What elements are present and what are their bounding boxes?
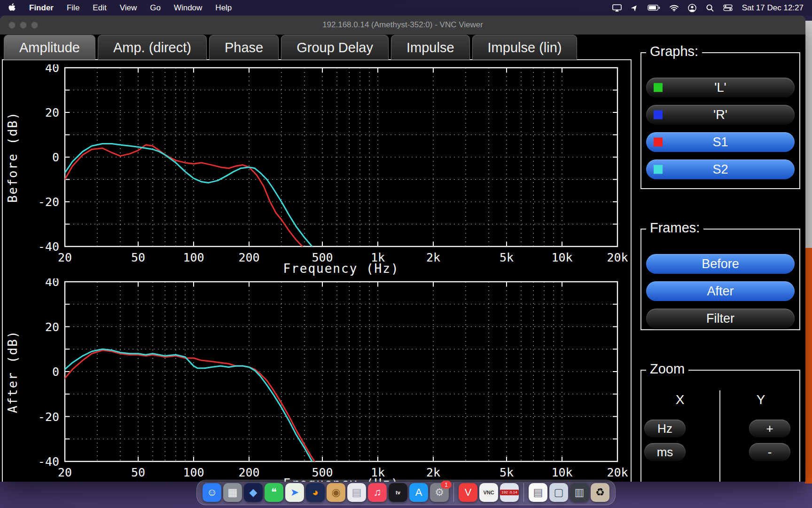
svg-text:-40: -40 (38, 240, 59, 254)
svg-text:-20: -20 (38, 195, 59, 209)
vivaldi-glyph: V (465, 486, 472, 499)
tan-app-glyph: ◉ (331, 486, 340, 499)
maps-dock-icon[interactable]: ➤ (285, 483, 304, 502)
wifi-icon[interactable] (670, 5, 679, 11)
tab-impulse[interactable]: Impulse (391, 35, 470, 60)
tab-phase[interactable]: Phase (209, 35, 279, 60)
svg-text:-20: -20 (38, 410, 59, 424)
frame-button-before[interactable]: Before (646, 254, 795, 274)
graph-button-s1-label: S1 (712, 135, 728, 150)
tab-impulse-lin[interactable]: Impulse (lin) (472, 35, 578, 60)
svg-text:100: 100 (183, 466, 204, 479)
tv-dock-icon[interactable]: tv (389, 483, 407, 502)
svg-text:50: 50 (131, 251, 145, 264)
after-chart: 20501002005001k2k5k10k20k40200-20-40Afte… (0, 278, 634, 482)
system-settings-badge: 1 (441, 481, 452, 489)
graphs-panel-label: Graphs: (646, 44, 702, 59)
svg-text:100: 100 (183, 251, 204, 264)
firefox-dock-icon[interactable]: ◕ (306, 483, 325, 502)
window-titlebar[interactable]: 192.168.0.14 (Amethyst-352:0) - VNC View… (0, 16, 805, 35)
music-dock-icon[interactable]: ♫ (368, 483, 387, 502)
zoom-y-header: Y (722, 392, 799, 407)
svg-text:20: 20 (45, 320, 59, 334)
vivaldi-dock-icon[interactable]: V (459, 483, 477, 502)
location-icon[interactable] (631, 4, 638, 11)
system-settings-dock-icon[interactable]: ⚙1 (430, 483, 449, 502)
background-window-titlebar-edge (805, 21, 812, 248)
vnc-session-dock-icon[interactable]: 192 .0.14 (500, 483, 519, 502)
graphs-buttons: 'L''R'S1S2 (641, 53, 799, 179)
menu-go[interactable]: Go (150, 3, 161, 13)
tan-app-dock-icon[interactable]: ◉ (327, 483, 345, 502)
finder-dock-icon[interactable]: ☺ (203, 483, 221, 502)
firefox-glyph: ◕ (312, 486, 318, 499)
graph-button-r-swatch (654, 111, 663, 119)
zoom-button-ms[interactable]: ms (644, 443, 686, 461)
app-store-dock-icon[interactable]: A (409, 483, 428, 502)
svg-text:5k: 5k (500, 466, 514, 479)
vnc-viewer-dock-icon[interactable]: VNC (479, 483, 498, 502)
menu-edit[interactable]: Edit (93, 3, 106, 13)
svg-text:10k: 10k (551, 251, 572, 264)
apple-menu[interactable] (8, 3, 16, 12)
menu-window[interactable]: Window (174, 3, 202, 13)
zoom-panel: Zoom X Y Hzms +- (640, 370, 800, 482)
trash-glyph: ♻ (595, 486, 605, 499)
dark-utility-dock-icon[interactable]: ▥ (570, 483, 589, 502)
graph-button-l-swatch (654, 83, 663, 92)
screen-mirroring-icon[interactable] (612, 4, 622, 12)
document-dock-icon[interactable]: ▤ (529, 483, 547, 502)
graph-button-r[interactable]: 'R' (646, 105, 795, 125)
dark-app-dock-icon[interactable]: ◆ (244, 483, 263, 502)
graphs-panel: Graphs: 'L''R'S1S2 (640, 52, 800, 189)
music-glyph: ♫ (374, 486, 382, 499)
tab-amp-direct[interactable]: Amp. (direct) (98, 35, 207, 60)
graph-button-s2[interactable]: S2 (646, 159, 795, 179)
trash-dock-icon[interactable]: ♻ (591, 483, 609, 502)
user-icon[interactable] (688, 4, 696, 12)
svg-text:200: 200 (238, 251, 259, 264)
window-app-dock-icon[interactable]: ▢ (549, 483, 568, 502)
tab-amplitude[interactable]: Amplitude (4, 35, 95, 60)
menu-file[interactable]: File (67, 3, 79, 13)
graph-button-s1[interactable]: S1 (646, 132, 795, 152)
frame-button-filter[interactable]: Filter (646, 309, 795, 328)
graph-button-s2-label: S2 (712, 162, 728, 177)
series-s2 (65, 349, 321, 475)
svg-text:20: 20 (45, 106, 59, 119)
graph-button-l-label: 'L' (714, 80, 726, 95)
background-window-edge[interactable] (805, 21, 812, 484)
active-app-name[interactable]: Finder (29, 3, 54, 13)
graph-button-s2-swatch (654, 165, 663, 174)
svg-text:After (dB): After (dB) (6, 330, 20, 413)
launchpad-dock-icon[interactable]: ▦ (223, 483, 242, 502)
window-title: 192.168.0.14 (Amethyst-352:0) - VNC View… (0, 16, 805, 34)
messages-glyph: ❝ (271, 486, 277, 499)
menu-help[interactable]: Help (215, 3, 232, 13)
zoom-button-zoom-in-label: + (766, 421, 773, 436)
tab-group-delay[interactable]: Group Delay (281, 35, 389, 60)
dock-separator (453, 483, 454, 502)
graph-button-l[interactable]: 'L' (646, 78, 795, 97)
zoom-divider (719, 390, 720, 482)
messages-dock-icon[interactable]: ❝ (265, 483, 283, 502)
zoom-button-hz[interactable]: Hz (644, 420, 686, 437)
dark-utility-glyph: ▥ (575, 486, 585, 499)
light-app-dock-icon[interactable]: ▤ (347, 483, 366, 502)
document-glyph: ▤ (533, 486, 543, 499)
frame-button-after[interactable]: After (646, 281, 795, 301)
dock: ☺▦◆❝➤◕◉▤♫tvA⚙1VVNC192 .0.14▤▢▥♻ (196, 480, 616, 505)
zoom-button-zoom-out[interactable]: - (749, 443, 790, 461)
dock-separator (523, 483, 524, 502)
menu-bar-clock[interactable]: Sat 17 Dec 12:27 (742, 3, 804, 13)
tv-glyph: tv (396, 490, 400, 495)
zoom-button-zoom-in[interactable]: + (749, 420, 790, 437)
spotlight-search-icon[interactable] (706, 4, 714, 12)
battery-icon[interactable] (648, 5, 660, 11)
frames-panel-label: Frames: (646, 220, 703, 236)
control-center-icon[interactable] (723, 4, 733, 11)
svg-text:20: 20 (58, 466, 72, 479)
launchpad-glyph: ▦ (228, 486, 238, 499)
menu-view[interactable]: View (120, 3, 137, 13)
svg-text:20k: 20k (607, 251, 628, 264)
